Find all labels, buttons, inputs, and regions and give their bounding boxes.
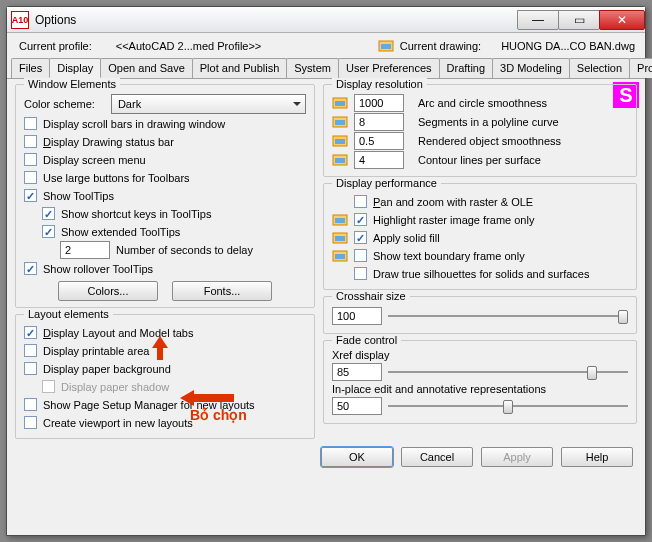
chk-printable[interactable] [24, 344, 37, 357]
lbl-viewport: Create viewport in new layouts [43, 417, 193, 429]
close-button[interactable]: ✕ [599, 10, 645, 30]
lbl-true-silhouettes: Draw true silhouettes for solids and sur… [373, 268, 589, 280]
apply-button[interactable]: Apply [481, 447, 553, 467]
chk-paper-bg[interactable] [24, 362, 37, 375]
lbl-text-boundary: Show text boundary frame only [373, 250, 525, 262]
help-button[interactable]: Help [561, 447, 633, 467]
slider-crosshair[interactable] [388, 306, 628, 326]
lbl-highlight-raster: Highlight raster image frame only [373, 214, 534, 226]
current-drawing-label: Current drawing: [400, 40, 481, 52]
chk-true-silhouettes[interactable] [354, 267, 367, 280]
titlebar[interactable]: A10 Options — ▭ ✕ [7, 7, 645, 33]
group-layout-elements: Layout elements Display Layout and Model… [15, 314, 315, 439]
svg-rect-5 [335, 120, 345, 125]
input-xref[interactable]: 85 [332, 363, 382, 381]
window-title: Options [35, 13, 518, 27]
svg-rect-9 [335, 158, 345, 163]
lbl-segments: Segments in a polyline curve [418, 116, 559, 128]
input-contour[interactable]: 4 [354, 151, 404, 169]
chk-tooltips[interactable] [24, 189, 37, 202]
color-scheme-label: Color scheme: [24, 98, 95, 110]
tab-user-prefs[interactable]: User Preferences [338, 58, 440, 78]
group-display-performance: Display performance Pan and zoom with ra… [323, 183, 637, 290]
lbl-shortcut-keys: Show shortcut keys in ToolTips [61, 208, 211, 220]
input-seconds-delay[interactable]: 2 [60, 241, 110, 259]
group-fade: Fade control Xref display 85 In-place ed… [323, 340, 637, 424]
group-title-crosshair: Crosshair size [332, 290, 410, 302]
lbl-paper-shadow: Display paper shadow [61, 381, 169, 393]
tab-display[interactable]: Display [49, 58, 101, 78]
chk-screen-menu[interactable] [24, 153, 37, 166]
color-scheme-select[interactable]: Dark [111, 94, 306, 114]
colors-button[interactable]: Colors... [58, 281, 158, 301]
input-arc-smoothness[interactable]: 1000 [354, 94, 404, 112]
tab-drafting[interactable]: Drafting [439, 58, 494, 78]
tab-system[interactable]: System [286, 58, 339, 78]
lbl-layout-model: Display Layout and Model tabs [43, 327, 193, 339]
svg-rect-3 [335, 101, 345, 106]
chk-drawing-status[interactable] [24, 135, 37, 148]
chk-solid-fill[interactable] [354, 231, 367, 244]
app-icon: A10 [11, 11, 29, 29]
chk-page-setup[interactable] [24, 398, 37, 411]
input-rendered[interactable]: 0.5 [354, 132, 404, 150]
group-display-resolution: Display resolution 1000Arc and circle sm… [323, 84, 637, 177]
slider-xref[interactable] [388, 362, 628, 382]
group-title-fade: Fade control [332, 334, 401, 346]
dwg-icon [332, 115, 348, 129]
lbl-paper-bg: Display paper background [43, 363, 171, 375]
group-title-display-resolution: Display resolution [332, 78, 427, 90]
lbl-screen-menu: Display screen menu [43, 154, 146, 166]
chk-paper-shadow [42, 380, 55, 393]
tab-plot-publish[interactable]: Plot and Publish [192, 58, 288, 78]
chk-layout-model[interactable] [24, 326, 37, 339]
dwg-icon [332, 153, 348, 167]
chk-rollover[interactable] [24, 262, 37, 275]
input-segments[interactable]: 8 [354, 113, 404, 131]
slider-inplace[interactable] [388, 396, 628, 416]
dwg-icon [332, 231, 348, 245]
lbl-pan-zoom: Pan and zoom with raster & OLE [373, 196, 533, 208]
ok-button[interactable]: OK [321, 447, 393, 467]
maximize-button[interactable]: ▭ [558, 10, 600, 30]
cancel-button[interactable]: Cancel [401, 447, 473, 467]
dialog-footer: OK Cancel Apply Help [7, 439, 645, 475]
group-title-window-elements: Window Elements [24, 78, 120, 90]
svg-rect-11 [335, 218, 345, 223]
lbl-xref: Xref display [332, 349, 628, 361]
fonts-button[interactable]: Fonts... [172, 281, 272, 301]
lbl-large-buttons: Use large buttons for Toolbars [43, 172, 190, 184]
chk-text-boundary[interactable] [354, 249, 367, 262]
chk-highlight-raster[interactable] [354, 213, 367, 226]
lbl-solid-fill: Apply solid fill [373, 232, 440, 244]
input-crosshair[interactable]: 100 [332, 307, 382, 325]
current-profile-value: <<AutoCAD 2...med Profile>> [116, 40, 262, 52]
lbl-rendered: Rendered object smoothness [418, 135, 561, 147]
current-profile-label: Current profile: [19, 40, 92, 52]
svg-rect-1 [381, 44, 391, 49]
tab-profiles[interactable]: Profiles [629, 58, 652, 78]
input-inplace[interactable]: 50 [332, 397, 382, 415]
group-crosshair: Crosshair size 100 [323, 296, 637, 334]
dwg-icon [332, 134, 348, 148]
profile-bar: Current profile: <<AutoCAD 2...med Profi… [7, 33, 645, 57]
tab-3d-modeling[interactable]: 3D Modeling [492, 58, 570, 78]
lbl-arc-smoothness: Arc and circle smoothness [418, 97, 547, 109]
dwg-icon [332, 213, 348, 227]
chk-viewport[interactable] [24, 416, 37, 429]
chk-large-buttons[interactable] [24, 171, 37, 184]
dwg-icon [332, 249, 348, 263]
group-title-layout-elements: Layout elements [24, 308, 113, 320]
chk-extended-tooltips[interactable] [42, 225, 55, 238]
minimize-button[interactable]: — [517, 10, 559, 30]
group-title-display-performance: Display performance [332, 177, 441, 189]
options-dialog: A10 Options — ▭ ✕ Current profile: <<Aut… [6, 6, 646, 536]
chk-pan-zoom[interactable] [354, 195, 367, 208]
chk-shortcut-keys[interactable] [42, 207, 55, 220]
tab-selection[interactable]: Selection [569, 58, 630, 78]
lbl-inplace: In-place edit and annotative representat… [332, 383, 628, 395]
tab-open-save[interactable]: Open and Save [100, 58, 192, 78]
svg-rect-15 [335, 254, 345, 259]
tab-files[interactable]: Files [11, 58, 50, 78]
chk-scroll-bars[interactable] [24, 117, 37, 130]
